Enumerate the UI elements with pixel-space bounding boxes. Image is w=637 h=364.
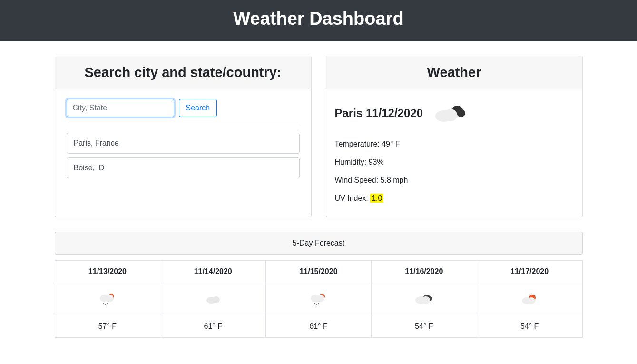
svg-point-10 bbox=[105, 305, 106, 305]
svg-point-15 bbox=[316, 295, 324, 302]
history-item[interactable]: Paris, France bbox=[67, 133, 300, 154]
svg-point-17 bbox=[316, 304, 317, 305]
search-card-header: Search city and state/country: bbox=[55, 56, 311, 89]
svg-point-18 bbox=[318, 303, 319, 304]
search-card: Search city and state/country: Search Pa… bbox=[55, 56, 312, 217]
current-weather-card: Weather Paris 11/12/2020 Temperature: 49… bbox=[326, 56, 583, 217]
search-history-list: Paris, France Boise, ID bbox=[67, 133, 300, 178]
uv-stat: UV Index: 1.0 bbox=[335, 194, 574, 203]
svg-point-26 bbox=[528, 297, 535, 304]
svg-point-1 bbox=[457, 109, 465, 117]
history-item[interactable]: Boise, ID bbox=[67, 157, 300, 178]
forecast-date: 11/17/2020 bbox=[477, 261, 582, 283]
cloud-gray-icon bbox=[376, 294, 472, 305]
cloud-sun-icon bbox=[482, 294, 578, 305]
current-weather-title: Paris 11/12/2020 bbox=[335, 107, 423, 120]
forecast-section: 5-Day Forecast 11/13/2020 11/14/2020 11/… bbox=[55, 232, 583, 338]
cloud-dark-icon bbox=[434, 104, 466, 123]
forecast-temp: 54° F bbox=[371, 315, 477, 338]
forecast-header: 5-Day Forecast bbox=[55, 232, 583, 255]
rain-sun-icon bbox=[271, 293, 366, 306]
svg-point-8 bbox=[105, 304, 106, 305]
forecast-date: 11/13/2020 bbox=[55, 261, 160, 283]
wind-stat: Wind Speed: 5.8 mph bbox=[335, 176, 574, 185]
uv-badge: 1.0 bbox=[370, 194, 383, 203]
search-input[interactable] bbox=[67, 99, 174, 117]
forecast-date: 11/15/2020 bbox=[266, 261, 372, 283]
svg-point-16 bbox=[314, 303, 315, 304]
svg-point-12 bbox=[212, 296, 220, 303]
weather-card-header: Weather bbox=[326, 56, 582, 89]
humidity-stat: Humidity: 93% bbox=[335, 158, 574, 167]
forecast-temp: 57° F bbox=[55, 315, 160, 338]
svg-point-9 bbox=[107, 303, 108, 304]
svg-point-23 bbox=[421, 296, 430, 304]
forecast-date: 11/14/2020 bbox=[160, 261, 266, 283]
uv-label: UV Index: bbox=[335, 194, 371, 202]
temperature-stat: Temperature: 49° F bbox=[335, 140, 574, 148]
cloud-light-icon bbox=[165, 295, 261, 304]
svg-point-7 bbox=[103, 303, 104, 304]
page-title: Weather Dashboard bbox=[0, 0, 637, 41]
forecast-date: 11/16/2020 bbox=[371, 261, 477, 283]
forecast-temp: 61° F bbox=[266, 315, 372, 338]
search-button[interactable]: Search bbox=[179, 99, 217, 117]
svg-point-19 bbox=[315, 305, 316, 305]
svg-point-6 bbox=[105, 295, 114, 302]
svg-point-3 bbox=[444, 109, 457, 121]
rain-sun-icon bbox=[60, 293, 156, 306]
forecast-temp: 61° F bbox=[160, 315, 266, 338]
forecast-temp: 54° F bbox=[477, 315, 582, 338]
forecast-table: 11/13/2020 11/14/2020 11/15/2020 11/16/2… bbox=[55, 260, 583, 338]
